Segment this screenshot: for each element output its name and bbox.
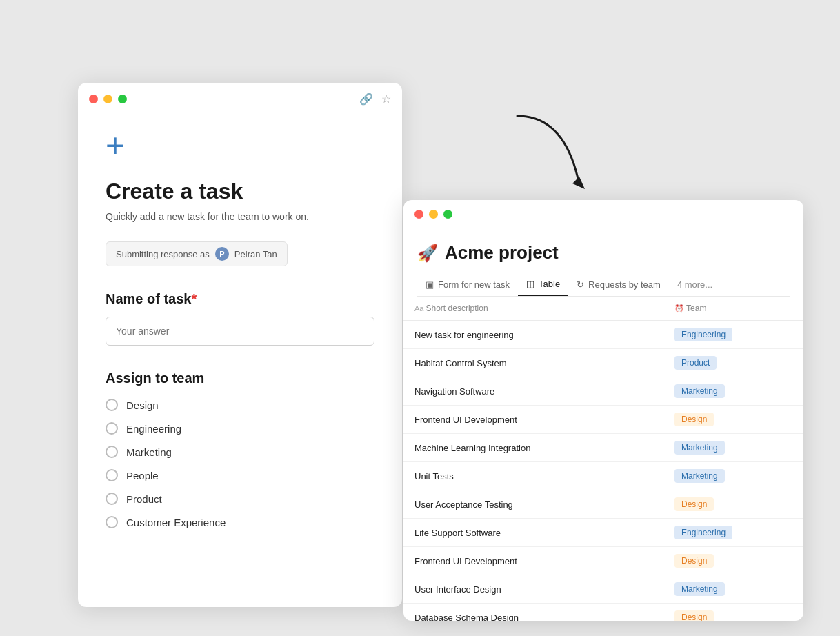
project-title: Acme project: [445, 242, 559, 264]
maximize-button[interactable]: [118, 95, 127, 103]
col-team: ⏰ Team: [663, 297, 803, 321]
table-row[interactable]: Database Schema Design Design: [403, 604, 803, 622]
star-icon[interactable]: ☆: [381, 92, 391, 106]
task-description: New task for engineering: [403, 321, 663, 349]
task-name-input[interactable]: [106, 317, 374, 346]
task-team: Design: [663, 604, 803, 622]
task-team: Marketing: [663, 377, 803, 406]
team-label: Design: [126, 399, 159, 411]
table-container: Aa Short description ⏰ Team New task for…: [403, 297, 803, 621]
team-label: Product: [126, 493, 162, 505]
tab-form-label: Form for new task: [438, 279, 510, 290]
table-row[interactable]: Unit Tests Marketing: [403, 462, 803, 490]
minimize-button[interactable]: [429, 210, 438, 219]
assign-team-label: Assign to team: [106, 370, 374, 386]
tasks-table: Aa Short description ⏰ Team New task for…: [403, 297, 803, 621]
table-row[interactable]: Machine Learning Integration Marketing: [403, 434, 803, 462]
col-description: Aa Short description: [403, 297, 663, 321]
table-row[interactable]: New task for engineering Engineering: [403, 321, 803, 349]
list-item[interactable]: People: [106, 469, 374, 481]
task-description: Life Support Software: [403, 519, 663, 547]
table-row[interactable]: Frontend UI Development Design: [403, 547, 803, 575]
list-item[interactable]: Engineering: [106, 422, 374, 435]
project-title-row: 🚀 Acme project: [417, 242, 790, 264]
table-row[interactable]: Habitat Control System Product: [403, 349, 803, 377]
team-tag: Marketing: [674, 441, 725, 455]
radio-product[interactable]: [106, 493, 118, 505]
team-label: People: [126, 470, 159, 481]
close-button[interactable]: [414, 210, 423, 219]
form-tab-icon: ▣: [426, 279, 434, 290]
svg-marker-0: [572, 177, 585, 189]
team-tag: Design: [674, 413, 714, 426]
radio-design[interactable]: [106, 399, 118, 411]
task-team: Product: [663, 349, 803, 377]
team-label: Marketing: [126, 446, 172, 458]
plus-icon: +: [106, 129, 374, 162]
titlebar-right: [403, 200, 803, 228]
form-subtitle: Quickly add a new task for the team to w…: [106, 211, 374, 222]
tab-table-label: Table: [539, 279, 560, 289]
radio-marketing[interactable]: [106, 446, 118, 458]
table-row[interactable]: Navigation Software Marketing: [403, 377, 803, 406]
clock-icon: ⏰: [674, 304, 686, 312]
maximize-button[interactable]: [443, 210, 452, 219]
submitting-label: Submitting response as: [116, 249, 210, 259]
team-label: Customer Experience: [126, 517, 226, 528]
task-description: Navigation Software: [403, 377, 663, 406]
minimize-button[interactable]: [103, 95, 112, 103]
rocket-icon: 🚀: [417, 244, 438, 263]
tab-more[interactable]: 4 more...: [669, 274, 721, 295]
team-tag: Engineering: [674, 328, 732, 341]
list-item[interactable]: Design: [106, 399, 374, 411]
task-team: Engineering: [663, 321, 803, 349]
table-row[interactable]: Life Support Software Engineering: [403, 519, 803, 547]
text-icon: Aa: [414, 304, 426, 312]
tab-requests[interactable]: ↻ Requests by team: [568, 274, 669, 295]
task-description: Frontend UI Development: [403, 547, 663, 575]
task-team: Design: [663, 406, 803, 434]
tab-form[interactable]: ▣ Form for new task: [417, 274, 518, 295]
form-title: Create a task: [106, 179, 374, 204]
avatar: P: [215, 247, 229, 261]
radio-people[interactable]: [106, 469, 118, 481]
table-row[interactable]: Frontend UI Development Design: [403, 406, 803, 434]
tab-requests-label: Requests by team: [588, 279, 661, 290]
team-tag: Product: [674, 356, 717, 370]
team-tag: Design: [674, 497, 714, 511]
chart-tab-icon: ↻: [577, 279, 584, 290]
table-row[interactable]: User Interface Design Marketing: [403, 575, 803, 604]
project-header: 🚀 Acme project ▣ Form for new task ◫ Tab…: [403, 228, 803, 297]
task-team: Marketing: [663, 434, 803, 462]
table-row[interactable]: User Acceptance Testing Design: [403, 490, 803, 519]
arrow-overlay: [497, 102, 607, 212]
link-icon[interactable]: 🔗: [359, 92, 373, 106]
task-team: Engineering: [663, 519, 803, 547]
task-description: Machine Learning Integration: [403, 434, 663, 462]
required-star: *: [192, 291, 197, 306]
task-team: Design: [663, 547, 803, 575]
team-tag: Engineering: [674, 526, 732, 539]
team-label: Engineering: [126, 423, 181, 435]
team-tag: Marketing: [674, 469, 725, 483]
task-description: Database Schema Design: [403, 604, 663, 622]
form-content: + Create a task Quickly add a new task f…: [78, 115, 402, 549]
name-field-label: Name of task*: [106, 291, 374, 307]
radio-engineering[interactable]: [106, 422, 118, 435]
team-tag: Design: [674, 610, 714, 621]
radio-customer[interactable]: [106, 516, 118, 528]
close-button[interactable]: [89, 95, 98, 103]
titlebar-left: 🔗 ☆: [78, 83, 402, 115]
list-item[interactable]: Product: [106, 493, 374, 505]
task-description: Frontend UI Development: [403, 406, 663, 434]
tab-table[interactable]: ◫ Table: [518, 273, 568, 296]
submitting-row: Submitting response as P Peiran Tan: [106, 241, 288, 266]
table-tab-icon: ◫: [526, 279, 534, 289]
list-item[interactable]: Customer Experience: [106, 516, 374, 528]
list-item[interactable]: Marketing: [106, 446, 374, 458]
team-tag: Marketing: [674, 582, 725, 596]
task-team: Design: [663, 490, 803, 519]
task-team: Marketing: [663, 575, 803, 604]
team-tag: Marketing: [674, 384, 725, 398]
task-description: User Acceptance Testing: [403, 490, 663, 519]
